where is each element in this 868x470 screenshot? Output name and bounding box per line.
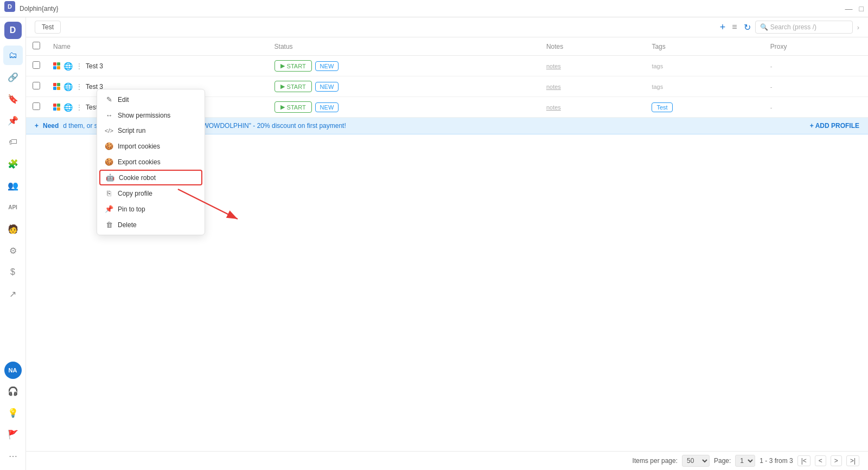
links-icon: 🔗: [8, 72, 18, 82]
menu-item-edit[interactable]: ✎ Edit: [97, 92, 205, 107]
main-layout: D 🗂 🔗 🔖 📌 🏷 🧩 👥 A: [0, 17, 868, 470]
sidebar-item-unknown[interactable]: ⋯: [3, 446, 23, 466]
team-icon: 👥: [8, 181, 18, 191]
menu-item-delete[interactable]: 🗑 Delete: [97, 217, 205, 233]
pin-icon: 📌: [8, 115, 18, 126]
row3-notes[interactable]: notes: [546, 104, 561, 111]
sidebar-item-links[interactable]: 🔗: [3, 67, 23, 87]
script-icon: </>: [105, 127, 113, 134]
refresh-icon[interactable]: ↻: [744, 22, 751, 33]
row1-notes[interactable]: notes: [546, 63, 561, 69]
play-icon: ▶: [280, 62, 285, 69]
profiles-icon: 🗂: [9, 50, 17, 60]
header-proxy: Proxy: [764, 37, 868, 56]
pin-to-top-icon: 📌: [105, 205, 113, 213]
sidebar-item-accounts[interactable]: 🧑: [3, 219, 23, 239]
next-page-button[interactable]: >: [831, 455, 842, 466]
app-container: D Dolphin{anty} — □ D 🗂 🔗 🔖 📌: [0, 0, 868, 470]
row3-proxy: -: [770, 104, 773, 111]
sidebar-item-billing[interactable]: $: [3, 262, 23, 282]
row1-start-button[interactable]: ▶ START: [275, 60, 312, 72]
menu-item-export-cookies[interactable]: 🍪 Export cookies: [97, 154, 205, 170]
header-tags: Tags: [645, 37, 763, 56]
search-icon: 🔍: [760, 23, 768, 31]
row3-start-button[interactable]: ▶ START: [275, 101, 312, 113]
menu-item-show-permissions[interactable]: ↔ Show permissions: [97, 107, 205, 123]
row3-checkbox[interactable]: [33, 102, 40, 110]
row1-checkbox[interactable]: [33, 61, 40, 69]
user-avatar[interactable]: NA: [4, 362, 22, 379]
row2-tags: tags: [652, 83, 663, 90]
delete-icon: 🗑: [105, 221, 113, 229]
row1-proxy-cell: -: [764, 56, 868, 76]
menu-item-cookie-robot[interactable]: 🤖 Cookie robot: [99, 170, 202, 185]
row1-tags: tags: [652, 63, 663, 69]
menu-item-pin-to-top[interactable]: 📌 Pin to top: [97, 201, 205, 217]
bulb-icon: 💡: [8, 408, 18, 418]
row2-status-cell: ▶ START NEW: [268, 76, 540, 97]
add-profile-link[interactable]: + ADD PROFILE: [810, 122, 859, 130]
row1-tags-cell: tags: [645, 56, 763, 76]
row2-start-button[interactable]: ▶ START: [275, 81, 312, 92]
search-box[interactable]: 🔍 Search (press /): [755, 21, 853, 34]
row3-proxy-cell: -: [764, 97, 868, 118]
count-label: 1 - 3 from 3: [760, 457, 793, 465]
row2-notes[interactable]: notes: [546, 83, 561, 90]
sidebar-item-pin[interactable]: 📌: [3, 111, 23, 130]
row3-tags-cell: Test: [645, 97, 763, 118]
row3-new-badge: NEW: [315, 102, 339, 112]
filter-icon[interactable]: ≡: [732, 22, 737, 32]
last-page-button[interactable]: >|: [846, 455, 859, 466]
sidebar-item-headset[interactable]: 🎧: [3, 381, 23, 401]
page-select[interactable]: 1: [735, 455, 755, 467]
sidebar-item-bulb[interactable]: 💡: [3, 403, 23, 422]
select-all-checkbox[interactable]: [33, 42, 40, 49]
menu-item-import-cookies[interactable]: 🍪 Import cookies: [97, 138, 205, 154]
sidebar-item-bookmark2[interactable]: 🏷: [3, 132, 23, 152]
menu-item-script-run[interactable]: </> Script run: [97, 123, 205, 138]
row1-name: Test 3: [86, 62, 103, 70]
header-name: Name: [47, 37, 268, 56]
row1-more-btn[interactable]: ⋮: [76, 62, 82, 70]
more-icon[interactable]: ›: [857, 23, 859, 31]
row2-proxy: -: [770, 83, 773, 90]
top-bar-icons: + ≡ ↻: [720, 22, 751, 33]
api-label: API: [8, 204, 17, 210]
row2-checkbox[interactable]: [33, 82, 40, 89]
globe-icon: 🌐: [63, 82, 73, 91]
row2-notes-cell: notes: [540, 76, 645, 97]
row3-more-btn[interactable]: ⋮: [76, 104, 82, 111]
table-row: 🌐 ⋮ Test 3 ▶ START: [26, 56, 868, 76]
billing-icon: $: [10, 267, 15, 277]
footer: Items per page: 50 25 100 Page: 1 1 - 3 …: [26, 451, 868, 470]
row2-more-btn[interactable]: ⋮: [76, 83, 82, 91]
page-label: Page:: [714, 457, 731, 465]
add-profile-inline[interactable]: +: [35, 122, 39, 130]
play-icon: ▶: [280, 83, 285, 90]
headset-icon: 🎧: [8, 386, 18, 396]
first-page-button[interactable]: |<: [797, 455, 810, 466]
row1-checkbox-cell: [26, 56, 47, 76]
menu-item-copy-profile[interactable]: ⎘ Copy profile: [97, 185, 205, 201]
maximize-icon[interactable]: □: [859, 4, 864, 13]
sidebar-item-extensions[interactable]: 🧩: [3, 154, 23, 173]
add-icon[interactable]: +: [720, 22, 726, 33]
sidebar-item-team[interactable]: 👥: [3, 176, 23, 195]
title-bar-title: Dolphin{anty}: [17, 5, 845, 12]
cookie-robot-icon: 🤖: [106, 173, 114, 182]
flag-icon: 🚩: [8, 429, 18, 440]
sidebar-item-bookmarks[interactable]: 🔖: [3, 89, 23, 108]
test-tab[interactable]: Test: [35, 21, 61, 34]
sidebar-item-export[interactable]: ↗: [3, 284, 23, 304]
sidebar-item-api[interactable]: API: [3, 197, 23, 217]
row1-proxy: -: [770, 63, 773, 69]
sidebar-item-profiles[interactable]: 🗂: [3, 46, 23, 65]
sidebar-item-flag[interactable]: 🚩: [3, 424, 23, 444]
play-icon: ▶: [280, 104, 285, 111]
header-status: Status: [268, 37, 540, 56]
sidebar-item-settings[interactable]: ⚙: [3, 241, 23, 260]
minimize-icon[interactable]: —: [845, 4, 853, 13]
items-per-page-select[interactable]: 50 25 100: [682, 455, 710, 467]
prev-page-button[interactable]: <: [815, 455, 826, 466]
search-placeholder: Search (press /): [770, 23, 816, 31]
